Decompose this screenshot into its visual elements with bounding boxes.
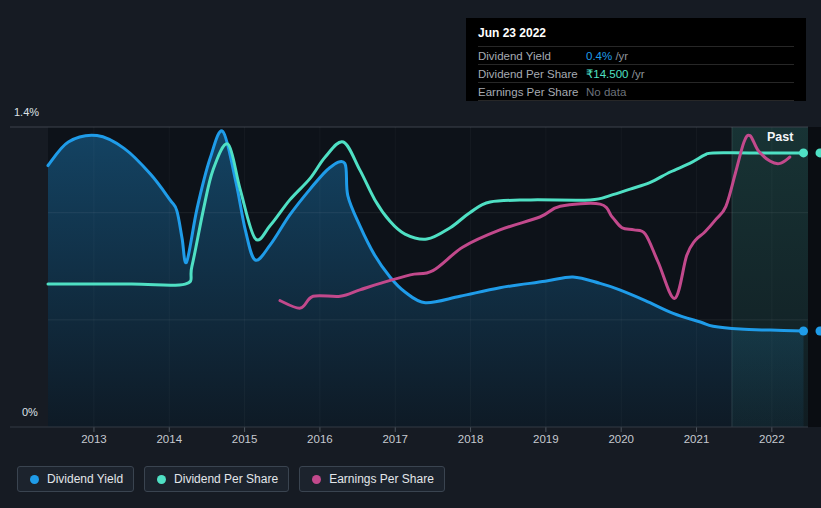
x-axis-label: 2020: [608, 433, 634, 445]
x-axis-label: 2017: [382, 433, 408, 445]
x-axis-label: 2019: [533, 433, 559, 445]
past-region-label: Past: [767, 130, 793, 144]
tooltip-value: 0.4% /yr: [586, 50, 628, 62]
past-region: [732, 127, 808, 427]
tooltip-label: Earnings Per Share: [478, 86, 586, 98]
tooltip-value: ₹14.500 /yr: [586, 67, 644, 81]
tooltip-row-dividend-yield: Dividend Yield 0.4% /yr: [478, 46, 794, 64]
series-end-dot: [799, 327, 808, 336]
x-axis-label: 2015: [232, 433, 258, 445]
chart-tooltip: Jun 23 2022 Dividend Yield 0.4% /yr Divi…: [466, 18, 806, 101]
x-axis-label: 2018: [458, 433, 484, 445]
legend-label: Dividend Yield: [47, 472, 123, 486]
tooltip-value: No data: [586, 86, 626, 98]
earnings-per-share-dot-icon: [312, 475, 321, 484]
legend-item-dividend-per-share[interactable]: Dividend Per Share: [144, 466, 289, 492]
x-axis-label: 2022: [759, 433, 785, 445]
y-axis-max-label: 1.4%: [14, 106, 39, 118]
tooltip-label: Dividend Per Share: [478, 68, 586, 80]
x-axis-label: 2016: [307, 433, 333, 445]
chart-legend: Dividend Yield Dividend Per Share Earnin…: [17, 466, 445, 492]
tooltip-label: Dividend Yield: [478, 50, 586, 62]
legend-item-earnings-per-share[interactable]: Earnings Per Share: [299, 466, 445, 492]
tooltip-date: Jun 23 2022: [478, 24, 794, 46]
x-axis-label: 2021: [684, 433, 710, 445]
y-axis-zero-label: 0%: [22, 406, 38, 418]
dividend-yield-dot-icon: [30, 475, 39, 484]
x-axis-label: 2013: [81, 433, 107, 445]
x-axis-label: 2014: [156, 433, 182, 445]
right-edge-strip: [808, 127, 821, 427]
legend-label: Earnings Per Share: [329, 472, 434, 486]
tooltip-row-dividend-per-share: Dividend Per Share ₹14.500 /yr: [478, 64, 794, 82]
dividend-history-panel: 2013201420152016201720182019202020212022…: [0, 0, 821, 508]
tooltip-row-earnings-per-share: Earnings Per Share No data: [478, 82, 794, 101]
dividend-per-share-dot-icon: [157, 475, 166, 484]
legend-label: Dividend Per Share: [174, 472, 278, 486]
legend-item-dividend-yield[interactable]: Dividend Yield: [17, 466, 134, 492]
series-end-dot: [799, 148, 808, 157]
